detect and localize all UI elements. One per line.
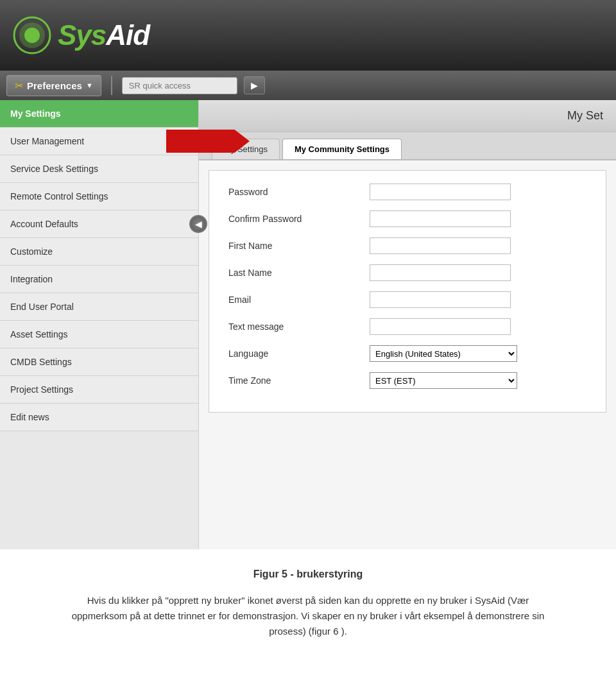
sidebar-item-edit-news[interactable]: Edit news (0, 404, 198, 431)
sidebar-item-remote-control[interactable]: Remote Control Settings (0, 183, 198, 210)
last-name-label: Last Name (228, 268, 357, 278)
sidebar-item-label: Edit news (10, 412, 49, 422)
sidebar-item-project-settings[interactable]: Project Settings (0, 376, 198, 404)
sidebar-item-label: Integration (10, 274, 53, 284)
preferences-icon: ✂ (15, 80, 23, 92)
password-label: Password (228, 187, 357, 197)
email-input[interactable] (370, 291, 511, 308)
toolbar: ✂ Preferences ▼ ▶ (0, 71, 616, 100)
arrow-icon: ▶ (251, 80, 258, 90)
sidebar-item-asset-settings[interactable]: Asset Settings (0, 321, 198, 348)
confirm-password-label: Confirm Password (228, 214, 357, 224)
sidebar-item-cmdb-settings[interactable]: CMDB Settings (0, 348, 198, 376)
form-row-confirm-password: Confirm Password (228, 210, 586, 227)
sidebar-item-label: Customize (10, 246, 53, 257)
form-row-timezone: Time Zone EST (EST) (228, 372, 586, 389)
form-row-first-name: First Name (228, 237, 586, 254)
sidebar-arrow-circle-2: ◀ (189, 215, 207, 233)
form-row-email: Email (228, 291, 586, 308)
preferences-button[interactable]: ✂ Preferences ▼ (6, 75, 101, 96)
email-label: Email (228, 295, 357, 305)
form-row-language: Language English (United States) (228, 345, 586, 362)
sidebar-item-label: Project Settings (10, 384, 73, 395)
sidebar-item-label: End User Portal (10, 302, 74, 312)
form-area: Password Confirm Password First Name Las… (209, 170, 606, 413)
timezone-label: Time Zone (228, 375, 357, 386)
sidebar-item-integration[interactable]: Integration (0, 266, 198, 293)
bottom-text-section: Figur 5 - brukerstyring Hvis du klikker … (0, 549, 616, 658)
logo: SysAid (13, 16, 150, 55)
sr-quick-access-arrow-button[interactable]: ▶ (244, 76, 265, 94)
app-header: SysAid (0, 0, 616, 71)
sr-quick-access-input[interactable] (122, 77, 237, 94)
sidebar-item-label: My Settings (10, 108, 61, 119)
form-row-text-message: Text message (228, 318, 586, 335)
sidebar-item-my-settings[interactable]: My Settings (0, 100, 198, 128)
logo-text: SysAid (58, 19, 150, 51)
sidebar-item-user-management[interactable]: User Management ◀ (0, 128, 198, 155)
main-container: My Settings User Management ◀ Service De… (0, 100, 616, 549)
text-message-label: Text message (228, 321, 357, 332)
toolbar-separator (111, 76, 112, 95)
sidebar-item-label: Service Desk Settings (10, 164, 98, 174)
svg-point-2 (24, 28, 40, 43)
sidebar-item-customize[interactable]: Customize (0, 238, 198, 266)
form-row-password: Password (228, 184, 586, 200)
first-name-label: First Name (228, 241, 357, 251)
sidebar-item-account-defaults[interactable]: Account Defaults ◀ (0, 210, 198, 238)
sidebar-item-end-user-portal[interactable]: End User Portal (0, 293, 198, 321)
timezone-select[interactable]: EST (EST) (370, 372, 517, 389)
text-message-input[interactable] (370, 318, 511, 335)
content-area: My Set My Settings My Community Settings… (199, 100, 616, 549)
sidebar-item-service-desk[interactable]: Service Desk Settings (0, 155, 198, 183)
figure-caption: Figur 5 - brukerstyring (64, 569, 552, 580)
language-select[interactable]: English (United States) (370, 345, 517, 362)
description-text: Hvis du klikker på "opprett ny bruker" i… (64, 593, 552, 639)
confirm-password-input[interactable] (370, 210, 511, 227)
content-header: My Set (199, 100, 616, 132)
logo-icon (13, 16, 51, 55)
dropdown-arrow-icon: ▼ (86, 81, 93, 89)
sidebar-item-label: Remote Control Settings (10, 191, 108, 201)
last-name-input[interactable] (370, 264, 511, 281)
tabs-row: My Settings My Community Settings (199, 132, 616, 160)
sidebar-item-label: User Management (10, 136, 84, 146)
preferences-label: Preferences (27, 80, 82, 91)
first-name-input[interactable] (370, 237, 511, 254)
sidebar-item-label: Account Defaults (10, 219, 78, 229)
language-label: Language (228, 348, 357, 359)
sidebar-item-label: CMDB Settings (10, 357, 72, 367)
password-input[interactable] (370, 184, 511, 200)
tab-my-community-settings[interactable]: My Community Settings (282, 139, 402, 159)
sidebar: My Settings User Management ◀ Service De… (0, 100, 199, 549)
sidebar-item-label: Asset Settings (10, 329, 68, 339)
form-row-last-name: Last Name (228, 264, 586, 281)
content-title: My Set (567, 109, 603, 122)
